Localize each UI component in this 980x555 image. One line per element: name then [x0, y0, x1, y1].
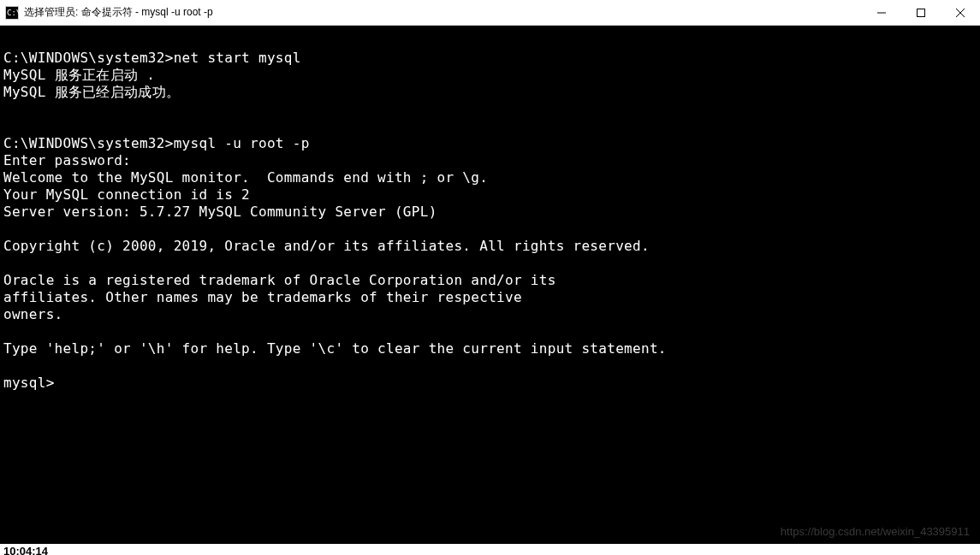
maximize-button[interactable]: [901, 0, 941, 26]
svg-rect-4: [918, 9, 925, 17]
titlebar[interactable]: C:\ 选择管理员: 命令提示符 - mysql -u root -p: [0, 0, 980, 26]
terminal-output[interactable]: C:\WINDOWS\system32>net start mysql MySQ…: [0, 26, 980, 544]
close-button[interactable]: [941, 0, 980, 26]
bottom-strip: 10:04:14: [0, 544, 980, 555]
minimize-button[interactable]: [862, 0, 901, 26]
cmd-icon: C:\: [5, 6, 19, 20]
command-prompt-window: C:\ 选择管理员: 命令提示符 - mysql -u root -p C:\W…: [0, 0, 980, 544]
window-title: 选择管理员: 命令提示符 - mysql -u root -p: [24, 5, 862, 20]
svg-text:C:\: C:\: [7, 9, 19, 17]
window-controls: [862, 0, 980, 25]
bottom-time: 10:04:14: [3, 545, 48, 555]
